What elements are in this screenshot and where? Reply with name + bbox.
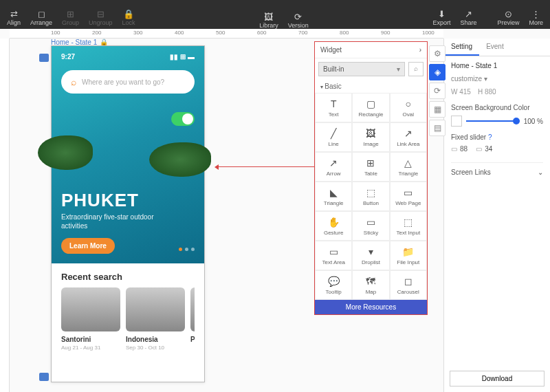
widget-rectangle[interactable]: ▢Rectangle (352, 93, 389, 122)
widget-file-input[interactable]: 📁File Input (390, 241, 427, 270)
toolbar-version[interactable]: ⟳Version (288, 12, 309, 29)
side-tool-2[interactable]: ⟳ (429, 83, 446, 99)
widget-table[interactable]: ⊞Table (352, 152, 389, 182)
width-input[interactable]: 415 (459, 88, 471, 96)
signal-icon: ▮▮ ⊞ ▬ (170, 53, 195, 61)
widget-oval[interactable]: ○Oval (390, 93, 427, 122)
widget-triangle[interactable]: ◣Triangle (315, 182, 352, 211)
toolbar-preview[interactable]: ⊙Preview (497, 10, 519, 26)
color-swatch[interactable] (451, 116, 462, 127)
toolbar-lock[interactable]: 🔒Lock (122, 10, 135, 26)
customize-toggle[interactable]: customize ▾ (451, 75, 543, 83)
toolbar-ungroup[interactable]: ⊟Ungroup (89, 10, 113, 26)
status-bar: 9:27▮▮ ⊞ ▬ (61, 53, 195, 61)
opacity-slider[interactable] (466, 120, 520, 122)
guide-marker[interactable] (39, 373, 49, 381)
recent-card[interactable]: IndonesiaSep 30 - Oct 10 (126, 287, 185, 351)
height-input[interactable]: 880 (485, 88, 496, 96)
side-tool-0[interactable]: ⚙ (429, 45, 446, 62)
toolbar-more[interactable]: ⋮More (529, 10, 543, 26)
toolbar-library[interactable]: 🖼Library (259, 12, 278, 29)
chevron-down-icon: ⌄ (538, 168, 543, 176)
side-tool-1[interactable]: ◈ (429, 64, 446, 80)
ruler-horizontal: 1002003004005006007008009001000 (10, 29, 443, 39)
widget-gesture[interactable]: ✋Gesture (315, 211, 352, 241)
more-resources-button[interactable]: More Resources (315, 300, 427, 314)
fixed-top-input[interactable]: 88 (460, 145, 468, 153)
section-basic[interactable]: Basic (315, 80, 427, 93)
help-icon[interactable]: ? (488, 133, 492, 141)
chevron-down-icon: ▾ (484, 75, 487, 83)
toolbar-export[interactable]: ⬇Export (432, 10, 450, 26)
widget-link-area[interactable]: ↗Link Area (390, 122, 427, 152)
widget-carousel[interactable]: ◻Carousel (390, 270, 427, 300)
fixed-bottom-input[interactable]: 34 (485, 145, 492, 153)
widget-web-page[interactable]: ▭Web Page (390, 182, 427, 211)
annotation-arrow (216, 166, 314, 167)
footer-icon: ▭ (476, 145, 482, 153)
widget-text-input[interactable]: ⬚Text Input (390, 211, 427, 241)
toolbar-group[interactable]: ⊞Group (62, 10, 79, 26)
widget-line[interactable]: ╱Line (315, 122, 352, 152)
artboard-home[interactable]: 9:27▮▮ ⊞ ▬ ⌕ Where are you want to go? P… (51, 45, 205, 382)
screen-links-section[interactable]: Screen Links⌄ (451, 162, 543, 176)
widget-header[interactable]: Widget› (315, 42, 427, 58)
canvas[interactable]: Home - State 1🔒 9:27▮▮ ⊞ ▬ ⌕ Where are y… (10, 39, 443, 392)
toolbar-share[interactable]: ↗Share (460, 10, 476, 26)
guide-marker[interactable] (39, 54, 49, 62)
side-tool-4[interactable]: ▤ (429, 120, 446, 136)
widget-text-area[interactable]: ▭Text Area (315, 241, 352, 270)
page-dots[interactable] (179, 248, 195, 251)
widget-button[interactable]: ⬚Button (352, 182, 389, 211)
tab-event[interactable]: Event (479, 39, 511, 56)
widget-arrow[interactable]: ↗Arrow (315, 152, 352, 182)
widget-text[interactable]: TText (315, 93, 352, 122)
selection-title: Home - State 1 (451, 62, 543, 69)
widget-triangle[interactable]: △Triangle (390, 152, 427, 182)
toolbar-align[interactable]: ⇄Align (7, 10, 21, 26)
inspector-panel: Setting Event Home - State 1 customize ▾… (443, 39, 550, 392)
widget-image[interactable]: 🖼Image (352, 122, 389, 152)
chevron-right-icon: › (419, 46, 421, 54)
recent-card[interactable]: Paris (190, 287, 195, 351)
widget-sticky[interactable]: ▭Sticky (352, 211, 389, 241)
download-button[interactable]: Download (450, 371, 544, 386)
widget-droplist[interactable]: ▾Droplist (352, 241, 389, 270)
category-select[interactable]: Built-in (318, 62, 405, 76)
widget-tooltip[interactable]: 💬Tooltip (315, 270, 352, 300)
ruler-vertical (0, 39, 10, 392)
side-tool-3[interactable]: ▦ (429, 101, 446, 118)
search-icon: ⌕ (71, 76, 76, 87)
search-input[interactable]: ⌕ Where are you want to go? (61, 70, 195, 94)
hero-subtitle: Extraordinary five-star outdoor activiti… (61, 213, 157, 230)
toggle-switch[interactable] (171, 112, 195, 126)
recent-card[interactable]: SantoriniAug 21 - Aug 31 (61, 287, 120, 351)
recent-title: Recent search (61, 272, 195, 282)
widget-map[interactable]: 🗺Map (352, 270, 389, 300)
header-icon: ▭ (451, 145, 457, 153)
learn-more-button[interactable]: Learn More (61, 238, 115, 254)
widget-panel: Widget› Built-in ⌕ Basic TText▢Rectangle… (314, 41, 428, 315)
search-button[interactable]: ⌕ (408, 62, 424, 76)
toolbar-arrange[interactable]: ◻Arrange (30, 10, 52, 26)
tab-setting[interactable]: Setting (444, 39, 479, 56)
hero-title: PHUKET (61, 190, 139, 211)
